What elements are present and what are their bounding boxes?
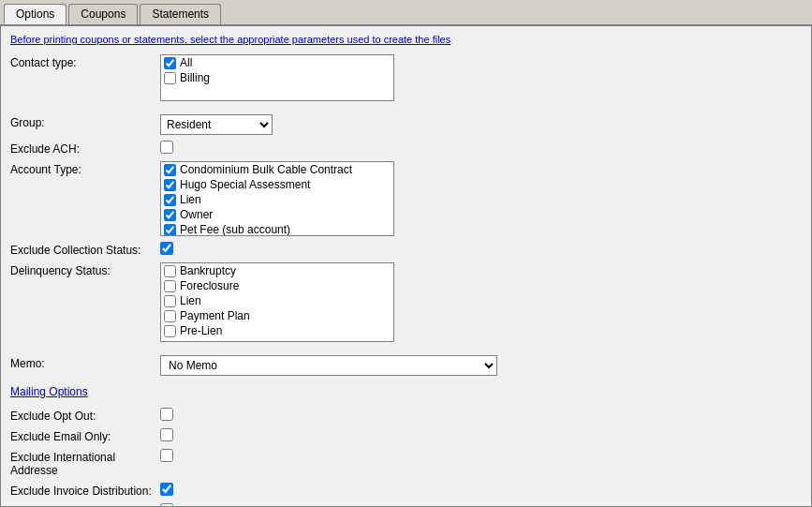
salutation-label: Use Contact Salutation Entry: bbox=[10, 503, 160, 507]
exclude-international-label: Exclude International Addresse bbox=[10, 449, 160, 477]
exclude-ach-control bbox=[160, 141, 802, 154]
main-container: Options Coupons Statements Before printi… bbox=[0, 0, 812, 507]
exclude-international-control bbox=[160, 449, 802, 462]
exclude-ach-label: Exclude ACH: bbox=[10, 141, 160, 156]
exclude-opt-out-control bbox=[160, 408, 802, 421]
contact-type-billing-checkbox[interactable] bbox=[164, 72, 176, 84]
exclude-ach-row: Exclude ACH: bbox=[10, 141, 802, 156]
group-label: Group: bbox=[10, 114, 160, 129]
account-type-label: Account Type: bbox=[10, 161, 160, 176]
account-type-control: Condominium Bulk Cable Contract Hugo Spe… bbox=[160, 161, 802, 236]
contact-type-billing-label: Billing bbox=[180, 71, 210, 84]
account-type-row: Account Type: Condominium Bulk Cable Con… bbox=[10, 161, 802, 236]
exclude-email-checkbox[interactable] bbox=[160, 428, 173, 441]
tab-options[interactable]: Options bbox=[4, 4, 66, 24]
exclude-email-label: Exclude Email Only: bbox=[10, 428, 160, 443]
contact-type-control: All Billing bbox=[160, 54, 802, 101]
contact-type-all-checkbox[interactable] bbox=[164, 57, 176, 69]
contact-type-listbox[interactable]: All Billing bbox=[160, 54, 394, 101]
memo-select[interactable]: No Memo Include Memo Exclude Memo bbox=[160, 355, 497, 376]
delinquency-bankruptcy-checkbox[interactable] bbox=[164, 265, 176, 277]
list-item: All bbox=[161, 55, 393, 70]
exclude-opt-out-row: Exclude Opt Out: bbox=[10, 408, 802, 423]
exclude-opt-out-checkbox[interactable] bbox=[160, 408, 173, 421]
memo-row: Memo: No Memo Include Memo Exclude Memo bbox=[10, 355, 802, 376]
exclude-invoice-control bbox=[160, 483, 802, 496]
exclude-invoice-label: Exclude Invoice Distribution: bbox=[10, 483, 160, 498]
account-type-owner-checkbox[interactable] bbox=[164, 209, 176, 221]
account-type-pet-checkbox[interactable] bbox=[164, 224, 176, 236]
delinquency-foreclosure-checkbox[interactable] bbox=[164, 280, 176, 292]
account-type-listbox[interactable]: Condominium Bulk Cable Contract Hugo Spe… bbox=[160, 161, 394, 236]
contact-type-all-label: All bbox=[180, 56, 192, 69]
exclude-international-checkbox[interactable] bbox=[160, 449, 173, 462]
account-type-condo-label: Condominium Bulk Cable Contract bbox=[180, 163, 352, 176]
list-item: Foreclosure bbox=[161, 278, 393, 293]
group-row: Group: Resident Owner Tenant bbox=[10, 114, 802, 135]
account-type-hugo-label: Hugo Special Assessment bbox=[180, 178, 310, 191]
delinquency-label: Delinquency Status: bbox=[10, 262, 160, 277]
account-type-lien-label: Lien bbox=[180, 193, 201, 206]
delinquency-lien-label: Lien bbox=[180, 294, 201, 307]
exclude-ach-checkbox[interactable] bbox=[160, 141, 173, 154]
delinquency-payment-plan-checkbox[interactable] bbox=[164, 310, 176, 322]
list-item: Condominium Bulk Cable Contract bbox=[161, 162, 393, 177]
list-item: Bankruptcy bbox=[161, 263, 393, 278]
mailing-options-header: Mailing Options bbox=[10, 385, 88, 398]
delinquency-prelien-checkbox[interactable] bbox=[164, 325, 176, 337]
list-item: Lien bbox=[161, 293, 393, 308]
exclude-collection-label: Exclude Collection Status: bbox=[10, 242, 160, 257]
group-control: Resident Owner Tenant bbox=[160, 114, 802, 135]
salutation-row: Use Contact Salutation Entry: bbox=[10, 503, 802, 507]
account-type-lien-checkbox[interactable] bbox=[164, 194, 176, 206]
exclude-invoice-checkbox[interactable] bbox=[160, 483, 173, 496]
list-item: Pre-Lien bbox=[161, 323, 393, 338]
tab-coupons[interactable]: Coupons bbox=[68, 4, 138, 24]
contact-type-label: Contact type: bbox=[10, 54, 160, 69]
mailing-options-header-row: Mailing Options bbox=[10, 381, 802, 402]
exclude-email-row: Exclude Email Only: bbox=[10, 428, 802, 443]
account-type-hugo-checkbox[interactable] bbox=[164, 179, 176, 191]
delinquency-bankruptcy-label: Bankruptcy bbox=[180, 264, 236, 277]
list-item: Pet Fee (sub account) bbox=[161, 222, 393, 236]
exclude-email-control bbox=[160, 428, 802, 441]
list-item: Billing bbox=[161, 70, 393, 85]
tab-statements[interactable]: Statements bbox=[140, 4, 221, 24]
memo-control: No Memo Include Memo Exclude Memo bbox=[160, 355, 802, 376]
salutation-control bbox=[160, 503, 802, 507]
list-item: Lien bbox=[161, 192, 393, 207]
exclude-opt-out-label: Exclude Opt Out: bbox=[10, 408, 160, 423]
exclude-collection-checkbox[interactable] bbox=[160, 242, 173, 255]
memo-label: Memo: bbox=[10, 355, 160, 370]
delinquency-payment-label: Payment Plan bbox=[180, 309, 250, 322]
group-select[interactable]: Resident Owner Tenant bbox=[160, 114, 273, 135]
tab-bar: Options Coupons Statements bbox=[0, 0, 812, 26]
exclude-international-row: Exclude International Addresse bbox=[10, 449, 802, 477]
list-item: Hugo Special Assessment bbox=[161, 177, 393, 192]
exclude-invoice-row: Exclude Invoice Distribution: bbox=[10, 483, 802, 498]
delinquency-row: Delinquency Status: Bankruptcy Foreclosu… bbox=[10, 262, 802, 342]
exclude-collection-control bbox=[160, 242, 802, 255]
delinquency-foreclosure-label: Foreclosure bbox=[180, 279, 239, 292]
delinquency-control: Bankruptcy Foreclosure Lien Payment Plan bbox=[160, 262, 802, 342]
account-type-owner-label: Owner bbox=[180, 208, 213, 221]
account-type-pet-label: Pet Fee (sub account) bbox=[180, 223, 290, 236]
account-type-condo-checkbox[interactable] bbox=[164, 164, 176, 176]
info-link[interactable]: Before printing coupons or statements, s… bbox=[10, 34, 802, 45]
contact-type-row: Contact type: All Billing bbox=[10, 54, 802, 101]
delinquency-lien-checkbox[interactable] bbox=[164, 295, 176, 307]
exclude-collection-row: Exclude Collection Status: bbox=[10, 242, 802, 257]
list-item: Payment Plan bbox=[161, 308, 393, 323]
delinquency-prelien-label: Pre-Lien bbox=[180, 324, 222, 337]
list-item: Owner bbox=[161, 207, 393, 222]
delinquency-listbox[interactable]: Bankruptcy Foreclosure Lien Payment Plan bbox=[160, 262, 394, 342]
salutation-checkbox[interactable] bbox=[160, 503, 173, 507]
tab-content: Before printing coupons or statements, s… bbox=[0, 26, 812, 507]
